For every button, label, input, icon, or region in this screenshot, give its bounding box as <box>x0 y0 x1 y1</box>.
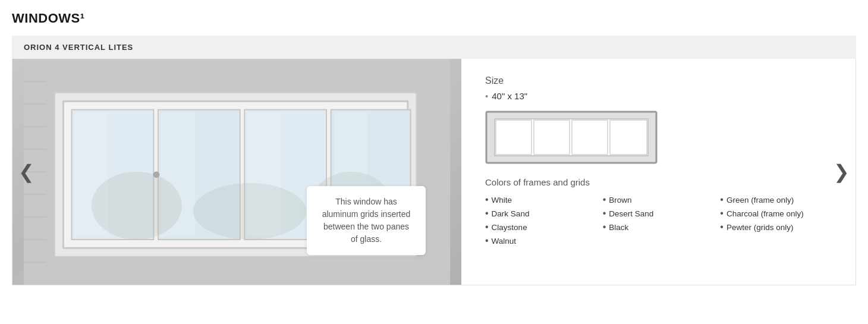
window-image-container: This window has aluminum grids inserted … <box>12 59 461 285</box>
page-wrapper: WINDOWS¹ ORION 4 VERTICAL LITES ❮ <box>0 0 868 291</box>
color-item-green: Green (frame only) <box>720 194 838 205</box>
color-item-charcoal: Charcoal (frame only) <box>720 208 838 219</box>
window-tooltip: This window has aluminum grids inserted … <box>307 186 426 255</box>
color-item-brown: Brown <box>603 194 721 205</box>
content-area: ❮ <box>12 59 856 285</box>
color-item-dark-sand: Dark Sand <box>485 208 603 219</box>
color-item-black: Black <box>603 222 721 232</box>
svg-rect-28 <box>572 120 608 155</box>
details-panel: Size 40" x 13" Colors of frames and grid… <box>461 59 856 261</box>
svg-rect-29 <box>610 120 647 155</box>
color-item-walnut: Walnut <box>485 235 603 246</box>
svg-point-21 <box>193 183 306 240</box>
carousel-next-button[interactable]: ❯ <box>830 155 853 189</box>
svg-point-20 <box>92 172 182 240</box>
colors-col-2: Brown Desert Sand Black <box>603 194 721 249</box>
window-diagram-svg <box>485 111 658 164</box>
colors-col-3: Green (frame only) Charcoal (frame only)… <box>720 194 838 249</box>
color-item-pewter: Pewter (grids only) <box>720 222 838 232</box>
colors-col-1: White Dark Sand Claystone Walnut <box>485 194 603 249</box>
carousel-prev-button[interactable]: ❮ <box>15 155 38 189</box>
window-diagram <box>485 111 838 164</box>
page-title: WINDOWS¹ <box>12 11 856 26</box>
color-item-claystone: Claystone <box>485 222 603 232</box>
size-value: 40" x 13" <box>485 91 838 101</box>
color-item-white: White <box>485 194 603 205</box>
svg-rect-26 <box>496 120 532 155</box>
svg-point-23 <box>153 172 159 178</box>
colors-grid: White Dark Sand Claystone Walnut Brown D… <box>485 194 838 249</box>
colors-label: Colors of frames and grids <box>485 177 838 187</box>
section-header: ORION 4 VERTICAL LITES <box>12 36 856 59</box>
size-label: Size <box>485 76 838 86</box>
color-item-desert-sand: Desert Sand <box>603 208 721 219</box>
svg-rect-27 <box>534 120 570 155</box>
